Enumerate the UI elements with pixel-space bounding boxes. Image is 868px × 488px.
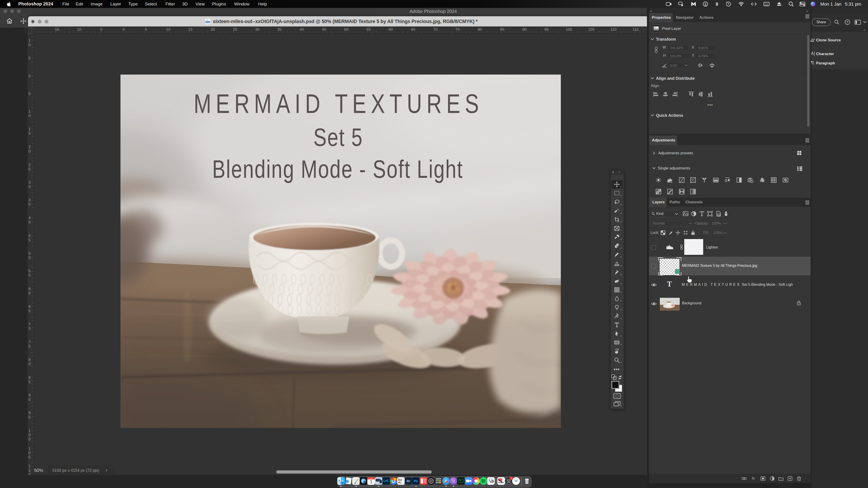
- svg-text:fx: fx: [752, 476, 755, 481]
- svg-text:?: ?: [846, 21, 848, 24]
- svg-text:PSD: PSD: [206, 21, 210, 23]
- svg-text:Blending Mode - Soft Light: Blending Mode - Soft Light: [212, 155, 463, 183]
- svg-text:Set 5: Set 5: [313, 123, 363, 151]
- svg-text:MERMAID TEXTURES: MERMAID TEXTURES: [194, 89, 484, 119]
